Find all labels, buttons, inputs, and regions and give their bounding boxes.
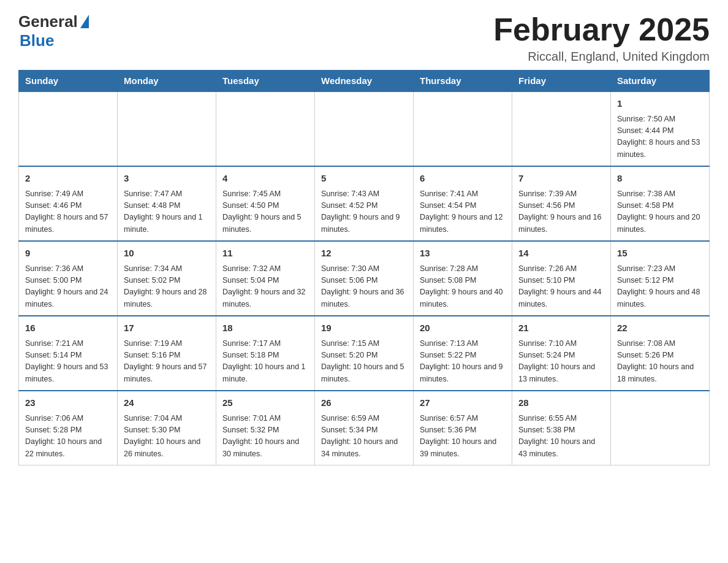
calendar-cell: 4Sunrise: 7:45 AMSunset: 4:50 PMDaylight… (216, 166, 315, 241)
day-info: Sunrise: 7:13 AMSunset: 5:22 PMDaylight:… (420, 338, 506, 386)
calendar-cell: 16Sunrise: 7:21 AMSunset: 5:14 PMDayligh… (19, 316, 118, 391)
day-number: 14 (518, 247, 604, 261)
calendar-cell: 18Sunrise: 7:17 AMSunset: 5:18 PMDayligh… (216, 316, 315, 391)
day-number: 24 (124, 396, 210, 410)
calendar-cell: 3Sunrise: 7:47 AMSunset: 4:48 PMDaylight… (118, 166, 216, 241)
day-info: Sunrise: 7:17 AMSunset: 5:18 PMDaylight:… (222, 338, 308, 386)
day-info: Sunrise: 7:10 AMSunset: 5:24 PMDaylight:… (518, 338, 604, 386)
day-number: 12 (321, 247, 407, 261)
weekday-header: Wednesday (315, 71, 414, 92)
day-number: 26 (321, 396, 407, 410)
day-number: 27 (420, 396, 506, 410)
day-info: Sunrise: 7:15 AMSunset: 5:20 PMDaylight:… (321, 338, 407, 386)
calendar-week-row: 1Sunrise: 7:50 AMSunset: 4:44 PMDaylight… (19, 91, 710, 166)
day-info: Sunrise: 7:01 AMSunset: 5:32 PMDaylight:… (222, 413, 308, 461)
day-info: Sunrise: 7:26 AMSunset: 5:10 PMDaylight:… (518, 263, 604, 311)
day-number: 19 (321, 321, 407, 335)
day-info: Sunrise: 7:50 AMSunset: 4:44 PMDaylight:… (617, 113, 703, 161)
calendar-week-row: 16Sunrise: 7:21 AMSunset: 5:14 PMDayligh… (19, 316, 710, 391)
day-number: 3 (124, 172, 210, 186)
calendar-cell: 5Sunrise: 7:43 AMSunset: 4:52 PMDaylight… (315, 166, 414, 241)
calendar-cell: 6Sunrise: 7:41 AMSunset: 4:54 PMDaylight… (414, 166, 512, 241)
day-info: Sunrise: 7:21 AMSunset: 5:14 PMDaylight:… (25, 338, 111, 386)
calendar-cell: 19Sunrise: 7:15 AMSunset: 5:20 PMDayligh… (315, 316, 414, 391)
weekday-header: Sunday (19, 71, 118, 92)
logo: General Blue (18, 12, 89, 50)
day-number: 20 (420, 321, 506, 335)
day-info: Sunrise: 7:19 AMSunset: 5:16 PMDaylight:… (124, 338, 210, 386)
day-info: Sunrise: 7:32 AMSunset: 5:04 PMDaylight:… (222, 263, 308, 311)
day-info: Sunrise: 7:39 AMSunset: 4:56 PMDaylight:… (518, 188, 604, 236)
day-info: Sunrise: 7:41 AMSunset: 4:54 PMDaylight:… (420, 188, 506, 236)
calendar-cell (19, 91, 118, 166)
day-number: 23 (25, 396, 111, 410)
calendar-cell: 26Sunrise: 6:59 AMSunset: 5:34 PMDayligh… (315, 391, 414, 465)
calendar-week-row: 9Sunrise: 7:36 AMSunset: 5:00 PMDaylight… (19, 241, 710, 316)
day-number: 16 (25, 321, 111, 335)
calendar-cell: 11Sunrise: 7:32 AMSunset: 5:04 PMDayligh… (216, 241, 315, 316)
calendar-cell: 9Sunrise: 7:36 AMSunset: 5:00 PMDaylight… (19, 241, 118, 316)
calendar-cell (216, 91, 315, 166)
calendar-cell (512, 91, 611, 166)
day-info: Sunrise: 7:36 AMSunset: 5:00 PMDaylight:… (25, 263, 111, 311)
day-number: 8 (617, 172, 703, 186)
day-info: Sunrise: 7:28 AMSunset: 5:08 PMDaylight:… (420, 263, 506, 311)
day-info: Sunrise: 7:38 AMSunset: 4:58 PMDaylight:… (617, 188, 703, 236)
day-info: Sunrise: 7:49 AMSunset: 4:46 PMDaylight:… (25, 188, 111, 236)
calendar-week-row: 2Sunrise: 7:49 AMSunset: 4:46 PMDaylight… (19, 166, 710, 241)
logo-triangle-icon (80, 15, 89, 28)
day-number: 13 (420, 247, 506, 261)
day-number: 4 (222, 172, 308, 186)
calendar-cell (118, 91, 216, 166)
calendar-cell: 15Sunrise: 7:23 AMSunset: 5:12 PMDayligh… (611, 241, 710, 316)
day-number: 17 (124, 321, 210, 335)
title-section: February 2025 Riccall, England, United K… (493, 12, 710, 64)
calendar-cell: 2Sunrise: 7:49 AMSunset: 4:46 PMDaylight… (19, 166, 118, 241)
page-header: General Blue February 2025 Riccall, Engl… (18, 12, 710, 64)
calendar-week-row: 23Sunrise: 7:06 AMSunset: 5:28 PMDayligh… (19, 391, 710, 465)
logo-general-text: General (18, 12, 78, 31)
calendar-cell: 10Sunrise: 7:34 AMSunset: 5:02 PMDayligh… (118, 241, 216, 316)
weekday-header: Monday (118, 71, 216, 92)
weekday-header: Tuesday (216, 71, 315, 92)
calendar-cell: 23Sunrise: 7:06 AMSunset: 5:28 PMDayligh… (19, 391, 118, 465)
calendar-header-row: SundayMondayTuesdayWednesdayThursdayFrid… (19, 71, 710, 92)
day-number: 21 (518, 321, 604, 335)
calendar-cell: 12Sunrise: 7:30 AMSunset: 5:06 PMDayligh… (315, 241, 414, 316)
day-info: Sunrise: 7:30 AMSunset: 5:06 PMDaylight:… (321, 263, 407, 311)
location-text: Riccall, England, United Kingdom (493, 50, 710, 64)
calendar-cell: 21Sunrise: 7:10 AMSunset: 5:24 PMDayligh… (512, 316, 611, 391)
calendar-cell: 27Sunrise: 6:57 AMSunset: 5:36 PMDayligh… (414, 391, 512, 465)
day-info: Sunrise: 7:45 AMSunset: 4:50 PMDaylight:… (222, 188, 308, 236)
day-number: 9 (25, 247, 111, 261)
day-number: 11 (222, 247, 308, 261)
calendar-cell (611, 391, 710, 465)
day-number: 15 (617, 247, 703, 261)
weekday-header: Saturday (611, 71, 710, 92)
calendar-cell: 24Sunrise: 7:04 AMSunset: 5:30 PMDayligh… (118, 391, 216, 465)
logo-blue-text: Blue (20, 31, 54, 50)
month-title: February 2025 (493, 12, 710, 47)
day-number: 22 (617, 321, 703, 335)
day-info: Sunrise: 7:23 AMSunset: 5:12 PMDaylight:… (617, 263, 703, 311)
day-info: Sunrise: 7:43 AMSunset: 4:52 PMDaylight:… (321, 188, 407, 236)
calendar-cell: 28Sunrise: 6:55 AMSunset: 5:38 PMDayligh… (512, 391, 611, 465)
day-number: 18 (222, 321, 308, 335)
day-number: 5 (321, 172, 407, 186)
day-number: 7 (518, 172, 604, 186)
calendar-cell (414, 91, 512, 166)
calendar-cell: 1Sunrise: 7:50 AMSunset: 4:44 PMDaylight… (611, 91, 710, 166)
day-number: 2 (25, 172, 111, 186)
day-number: 10 (124, 247, 210, 261)
calendar-table: SundayMondayTuesdayWednesdayThursdayFrid… (18, 70, 710, 465)
calendar-cell: 14Sunrise: 7:26 AMSunset: 5:10 PMDayligh… (512, 241, 611, 316)
day-number: 1 (617, 97, 703, 111)
day-info: Sunrise: 6:59 AMSunset: 5:34 PMDaylight:… (321, 413, 407, 461)
day-info: Sunrise: 7:06 AMSunset: 5:28 PMDaylight:… (25, 413, 111, 461)
day-number: 6 (420, 172, 506, 186)
weekday-header: Friday (512, 71, 611, 92)
calendar-cell: 13Sunrise: 7:28 AMSunset: 5:08 PMDayligh… (414, 241, 512, 316)
weekday-header: Thursday (414, 71, 512, 92)
day-info: Sunrise: 7:34 AMSunset: 5:02 PMDaylight:… (124, 263, 210, 311)
day-info: Sunrise: 6:55 AMSunset: 5:38 PMDaylight:… (518, 413, 604, 461)
